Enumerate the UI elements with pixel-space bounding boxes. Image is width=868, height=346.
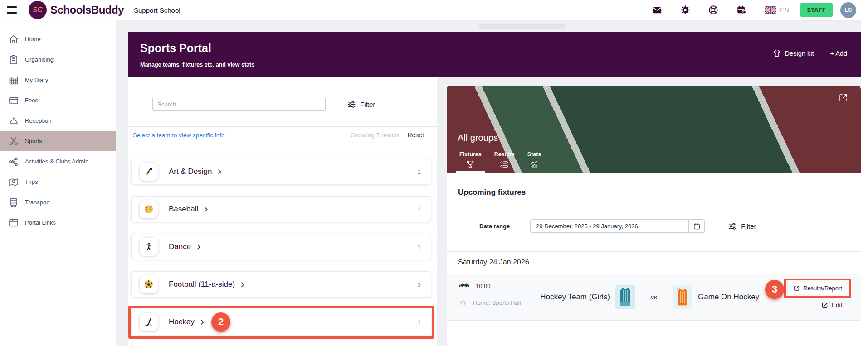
bus-icon: [8, 197, 19, 208]
reset-button[interactable]: Reset: [407, 131, 424, 139]
filter-sliders-icon: [728, 222, 737, 231]
hamburger-menu-icon[interactable]: [7, 6, 17, 14]
handshake-icon: [459, 282, 469, 289]
group-title: All groups: [458, 133, 498, 143]
group-detail-panel: All groups Fixtures Results: [447, 86, 861, 346]
uk-flag-icon[interactable]: [765, 6, 776, 14]
select-team-link[interactable]: Select a team to view specific info: [133, 132, 225, 139]
date-range-input[interactable]: [530, 219, 688, 233]
fixture-row[interactable]: 10:00 Home: Sports Hall Hockey Team (Gir…: [447, 274, 861, 321]
dancer-icon: [140, 238, 158, 256]
horizontal-scrollbar-thumb[interactable]: [479, 24, 565, 29]
home-icon: [8, 34, 19, 45]
home-team-name: Hockey Team (Girls): [532, 293, 610, 302]
topbar: SC SchoolsBuddy Support School: [0, 0, 868, 20]
design-kit-button[interactable]: Design kit: [772, 49, 814, 58]
vertical-scrollbar[interactable]: [861, 0, 868, 346]
team-count: 1: [418, 244, 421, 250]
network-icon: [8, 156, 19, 167]
divider: [450, 204, 857, 204]
calendar-grid-icon: [8, 75, 19, 86]
home-team-kit-icon: [615, 285, 635, 309]
sport-card-hockey[interactable]: Hockey 1: [131, 309, 431, 335]
sport-card-dance[interactable]: Dance 1: [131, 234, 431, 260]
language-label[interactable]: EN: [780, 6, 789, 14]
tab-stats[interactable]: Stats: [526, 151, 543, 173]
sidebar-item-fees[interactable]: Fees: [0, 90, 116, 111]
sidebar-item-sports[interactable]: Sports: [0, 131, 116, 151]
mail-icon[interactable]: [652, 5, 662, 15]
expand-external-link-icon[interactable]: [838, 93, 848, 103]
teams-panel: Filter Select a team to view specific in…: [128, 77, 437, 346]
browser-window-icon: [8, 217, 19, 228]
results-summary: Showing 7 results: [351, 132, 400, 139]
logo-initials: SC: [33, 6, 43, 14]
sidebar-item-home[interactable]: Home: [0, 29, 116, 49]
stats-chart-icon: [529, 159, 540, 169]
external-link-icon: [793, 285, 800, 292]
partially-visible-card: [131, 341, 431, 346]
tab-fixtures[interactable]: Fixtures: [458, 151, 483, 173]
date-range-picker: [530, 219, 705, 233]
chevron-right-icon: [199, 319, 206, 326]
sidebar-item-my-diary[interactable]: My Diary: [0, 70, 116, 90]
search-input[interactable]: [152, 98, 326, 111]
trophy-icon: [465, 159, 476, 169]
vs-label: vs: [651, 293, 657, 301]
sport-card-baseball[interactable]: Baseball 1: [131, 196, 431, 222]
results-list-icon: [499, 159, 510, 169]
edit-pencil-icon: [821, 301, 829, 308]
tab-results[interactable]: Results: [493, 151, 517, 173]
sidebar-item-activities-clubs-admin[interactable]: Activities & Clubs Admin: [0, 151, 116, 172]
court-cover-image: All groups Fixtures Results: [447, 86, 861, 173]
user-avatar[interactable]: LS: [840, 2, 856, 18]
date-range-label: Date range: [479, 223, 510, 230]
add-button[interactable]: + Add: [830, 50, 848, 57]
schoolsbuddy-logo[interactable]: SC: [29, 1, 47, 19]
fixture-venue: Home: Sports Hall: [473, 299, 521, 306]
baseball-icon: [140, 200, 158, 218]
filter-button[interactable]: Filter: [347, 100, 375, 109]
sidebar-item-organising[interactable]: Organising: [0, 49, 116, 70]
clipboard-icon: [8, 54, 19, 65]
sidebar-item-portal-links[interactable]: Portal Links: [0, 212, 116, 233]
divider: [128, 126, 437, 127]
home-venue-icon: [459, 299, 467, 306]
settings-gear-icon[interactable]: [680, 5, 690, 15]
calendar-icon: [693, 222, 701, 230]
annotation-badge-3: 3: [765, 280, 784, 299]
football-icon: [140, 275, 158, 293]
chevron-right-icon: [216, 168, 223, 175]
calendar-picker-button[interactable]: [688, 219, 705, 233]
trips-map-icon: [8, 177, 19, 187]
support-lifebuoy-icon[interactable]: [708, 5, 718, 15]
away-team-name: Game On Hockey: [698, 293, 759, 302]
page-subtitle: Manage teams, fixtures etc. and view sta…: [140, 62, 861, 68]
calendar-bookings-icon[interactable]: [736, 5, 746, 15]
credit-card-icon: [8, 95, 19, 106]
page-title: Sports Portal: [140, 42, 861, 55]
team-count: 1: [418, 319, 421, 326]
fixtures-filter-button[interactable]: Filter: [728, 222, 756, 231]
sidebar-item-trips[interactable]: Trips: [0, 172, 116, 192]
filter-sliders-icon: [347, 100, 356, 109]
annotation-badge-2: 2: [211, 312, 230, 332]
brand-name: SchoolsBuddy: [50, 4, 124, 16]
staff-button[interactable]: STAFF: [800, 3, 833, 17]
divider: [447, 251, 861, 252]
edit-button[interactable]: Edit: [821, 301, 842, 308]
main-content: Sports Portal Manage teams, fixtures etc…: [116, 20, 861, 346]
team-count: 3: [418, 281, 421, 288]
results-report-button[interactable]: Results/Report: [787, 282, 848, 294]
school-name: Support School: [134, 6, 180, 14]
sidebar-item-reception[interactable]: Reception: [0, 111, 116, 131]
away-team-kit-icon: [673, 285, 692, 309]
sidebar-item-transport[interactable]: Transport: [0, 192, 116, 212]
team-count: 1: [418, 168, 421, 175]
sport-card-art-design[interactable]: Art & Design 1: [131, 159, 431, 185]
team-count: 1: [418, 206, 421, 213]
hockey-sticks-icon: [8, 136, 19, 147]
reception-bell-icon: [8, 115, 19, 126]
sport-card-football[interactable]: Football (11-a-side) 3: [131, 271, 431, 298]
sidebar: Home Organising My Diary Fees Reception …: [0, 20, 116, 346]
